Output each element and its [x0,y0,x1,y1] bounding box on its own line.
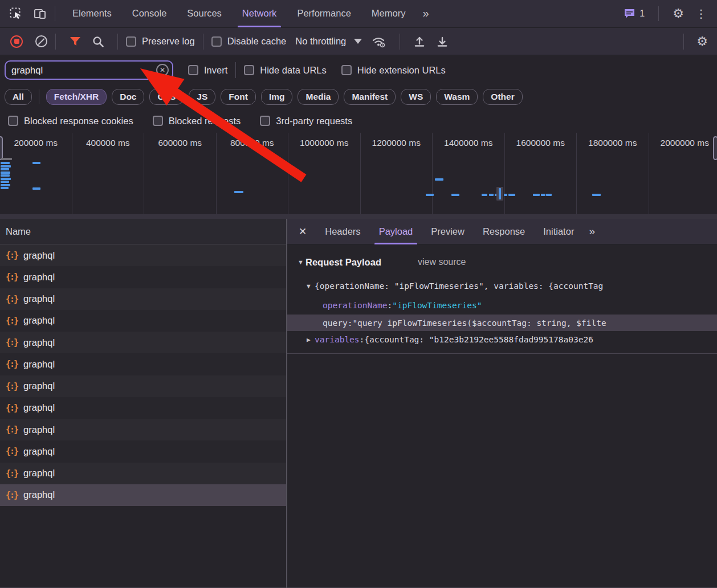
variables-line[interactable]: ▶ variables : {accountTag: "b12e3b2192ee… [287,332,717,348]
request-name: graphql [23,359,55,370]
request-row[interactable]: {:}graphql [0,484,286,506]
checkbox[interactable] [126,36,136,47]
tab-elements[interactable]: Elements [62,0,122,27]
chip-other[interactable]: Other [483,89,522,105]
variables-key: variables [315,335,360,344]
inspect-element-icon[interactable] [8,6,24,22]
timeline-request-bar [426,194,434,196]
request-detail-panel: ✕ Headers Payload Preview Response Initi… [287,219,717,588]
blocked-response-cookies-checkbox[interactable]: Blocked response cookies [8,116,133,126]
checkbox[interactable] [260,116,270,126]
timeline-request-bar [1,158,12,160]
checkbox[interactable] [153,116,163,126]
request-row[interactable]: {:}graphql [0,440,286,462]
tab-headers[interactable]: Headers [316,219,369,244]
timeline-column: 600000 ms [144,133,217,214]
view-source-link[interactable]: view source [418,257,466,267]
timeline-request-bar [1,174,10,177]
chip-img[interactable]: Img [261,89,293,105]
chip-js[interactable]: JS [189,89,215,105]
chip-wasm[interactable]: Wasm [436,89,478,105]
request-name: graphql [23,293,55,304]
chip-fetch-xhr[interactable]: Fetch/XHR [46,89,107,105]
network-overview-timeline[interactable]: 200000 ms400000 ms600000 ms800000 ms1000… [0,133,717,214]
clear-filter-icon[interactable]: ✕ [156,64,169,76]
clear-network-log-button[interactable] [35,35,47,47]
record-network-log-button[interactable] [10,35,23,48]
issues-counter[interactable]: 1 [619,8,649,19]
chip-font[interactable]: Font [221,89,256,105]
throttling-dropdown[interactable]: No throttling [295,36,362,47]
tab-memory[interactable]: Memory [361,0,416,27]
network-settings-gear-icon[interactable]: ⚙ [692,34,712,49]
json-braces-icon: {:} [6,381,18,391]
checkbox[interactable] [341,65,352,75]
payload-summary-line[interactable]: ▼ {operationName: "ipFlowTimeseries", va… [287,278,717,294]
invert-checkbox[interactable]: Invert [188,65,227,76]
more-detail-tabs-icon[interactable]: » [583,225,600,238]
expand-caret-icon[interactable]: ▶ [307,336,315,344]
blocked-requests-checkbox[interactable]: Blocked requests [153,116,241,126]
tab-preview[interactable]: Preview [422,219,474,244]
request-row[interactable]: {:}graphql [0,310,286,332]
preserve-log-checkbox[interactable]: Preserve log [126,36,195,47]
request-row[interactable]: {:}graphql [0,419,286,440]
close-detail-icon[interactable]: ✕ [287,226,316,238]
timeline-request-bar [1,162,10,164]
network-conditions-icon[interactable] [366,35,392,48]
request-row[interactable]: {:}graphql [0,353,286,375]
operation-name-line[interactable]: operationName : "ipFlowTimeseries" [287,297,717,313]
tab-network[interactable]: Network [232,0,287,27]
settings-gear-icon[interactable]: ⚙ [668,6,689,21]
hide-extension-urls-checkbox[interactable]: Hide extension URLs [341,65,446,76]
checkbox[interactable] [188,65,198,75]
request-row[interactable]: {:}graphql [0,288,286,310]
more-tabs-icon[interactable]: » [415,7,434,20]
chip-all[interactable]: All [5,89,32,105]
chip-media[interactable]: Media [298,89,339,105]
device-toolbar-icon[interactable] [32,6,48,22]
disable-cache-label: Disable cache [227,36,287,47]
request-row[interactable]: {:}graphql [0,244,286,266]
request-row[interactable]: {:}graphql [0,375,286,397]
divider [55,6,55,21]
tab-payload[interactable]: Payload [370,219,422,244]
tab-sources[interactable]: Sources [177,0,232,27]
request-row[interactable]: {:}graphql [0,463,286,484]
filter-funnel-icon[interactable] [64,35,87,48]
network-toolbar: Preserve log Disable cache No throttling [0,28,717,55]
search-icon[interactable] [87,35,109,48]
checkbox[interactable] [244,65,254,75]
request-row[interactable]: {:}graphql [0,266,286,288]
checkbox[interactable] [8,116,18,126]
collapse-caret-icon[interactable]: ▼ [298,259,305,266]
chip-doc[interactable]: Doc [112,89,144,105]
tab-performance[interactable]: Performance [287,0,361,27]
tab-response[interactable]: Response [474,219,534,244]
timeline-tick-label: 2000000 ms [649,133,717,148]
collapse-caret-icon[interactable]: ▼ [307,283,315,290]
timeline-column: 800000 ms [217,133,289,214]
request-row[interactable]: {:}graphql [0,332,286,353]
tab-console[interactable]: Console [122,0,177,27]
request-name: graphql [23,250,55,261]
timeline-column: 1800000 ms [577,133,649,214]
kebab-menu-icon[interactable]: ⋮ [691,7,711,21]
hide-data-urls-checkbox[interactable]: Hide data URLs [244,65,326,76]
third-party-requests-checkbox[interactable]: 3rd-party requests [260,116,352,126]
chip-css[interactable]: CSS [149,89,184,105]
chip-ws[interactable]: WS [401,89,431,105]
timeline-tick-label: 1200000 ms [361,133,433,148]
disable-cache-checkbox[interactable]: Disable cache [211,36,287,47]
request-name: graphql [23,424,55,435]
import-har-icon[interactable] [408,35,431,48]
filter-text-input[interactable]: graphql ✕ [5,60,173,80]
request-row[interactable]: {:}graphql [0,397,286,419]
tab-initiator[interactable]: Initiator [534,219,583,244]
export-har-icon[interactable] [431,35,454,48]
checkbox[interactable] [211,36,222,47]
chip-manifest[interactable]: Manifest [344,89,396,105]
variables-value: {accountTag: "b12e3b2192ee5588fdad995178… [364,335,593,344]
query-line[interactable]: query : "query ipFlowTimeseries($account… [287,315,717,331]
name-column-header[interactable]: Name [0,219,286,244]
